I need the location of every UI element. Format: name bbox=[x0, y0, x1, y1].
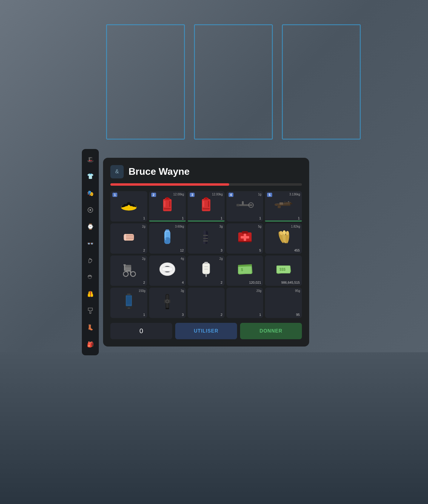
svg-rect-5 bbox=[166, 197, 169, 199]
inv-slot-5[interactable]: 5 3.136kg 1 bbox=[265, 191, 302, 222]
inventory-panel: & Bruce Wayne 1 1 2 12.00kg bbox=[103, 158, 309, 347]
jerrycan-icon-2 bbox=[199, 197, 213, 215]
inv-slot-3[interactable]: 3 12.00kg 1 bbox=[188, 191, 225, 222]
sidebar-shirt-icon[interactable]: 👕 bbox=[84, 170, 96, 182]
panel-header: & Bruce Wayne bbox=[110, 165, 302, 178]
slot-number-3: 3 bbox=[190, 193, 195, 197]
phone-icon bbox=[123, 293, 134, 312]
inv-slot-2[interactable]: 2 12.00kg 1 bbox=[149, 191, 186, 222]
inv-slot-1[interactable]: 1 1 bbox=[110, 191, 147, 222]
svg-rect-16 bbox=[242, 201, 244, 205]
jerrycan-icon-1 bbox=[161, 197, 174, 215]
quantity-display: 0 bbox=[110, 323, 172, 339]
svg-rect-65 bbox=[206, 274, 207, 277]
svg-rect-20 bbox=[276, 205, 290, 205]
svg-rect-7 bbox=[169, 201, 170, 207]
svg-rect-83 bbox=[126, 296, 131, 305]
slot-count-1: 1 bbox=[143, 216, 145, 220]
bullets-icon bbox=[275, 229, 292, 246]
cash-stack-icon: $ bbox=[237, 262, 253, 278]
slot-count-17: 3 bbox=[182, 313, 184, 316]
slot-count-2: 1 bbox=[182, 216, 184, 220]
inv-slot-16[interactable]: 150g 1 bbox=[110, 288, 147, 318]
svg-rect-58 bbox=[123, 264, 126, 266]
svg-rect-42 bbox=[241, 236, 249, 238]
svg-rect-71 bbox=[239, 267, 251, 273]
svg-rect-18 bbox=[236, 204, 239, 206]
inv-slot-6[interactable]: 2g 2 bbox=[110, 223, 147, 254]
sidebar-mask-icon[interactable]: 🎭 bbox=[84, 187, 96, 199]
svg-rect-27 bbox=[278, 206, 281, 208]
slot-bar-5 bbox=[265, 221, 302, 222]
sidebar-pants-icon[interactable] bbox=[84, 305, 96, 317]
svg-point-51 bbox=[123, 272, 128, 276]
slot-count-13: 2 bbox=[221, 281, 222, 284]
slot-count-6: 2 bbox=[143, 249, 145, 252]
wall-decoration-1 bbox=[106, 24, 185, 140]
inventory-grid: 1 1 2 12.00kg bbox=[110, 191, 302, 318]
inv-slot-7[interactable]: 3.60kg 12 bbox=[149, 223, 186, 254]
svg-rect-35 bbox=[165, 231, 166, 240]
slot-weight-17: 3g bbox=[181, 289, 184, 293]
cash-large-icon: $$$ bbox=[275, 262, 292, 278]
sidebar-watch-icon[interactable]: ⌚ bbox=[84, 221, 96, 233]
inv-slot-15[interactable]: $$$ 986,645,515 bbox=[265, 255, 302, 286]
slot-count-10: 455 bbox=[294, 249, 300, 252]
inv-slot-13[interactable]: 2g 2 bbox=[188, 255, 225, 286]
slot-weight-7: 3.60kg bbox=[175, 225, 184, 228]
slot-count-5: 1 bbox=[298, 216, 300, 220]
inv-slot-19[interactable]: 20g 1 bbox=[226, 288, 263, 318]
inv-slot-20[interactable]: 95g 95 bbox=[265, 288, 302, 318]
slot-weight-19: 20g bbox=[256, 289, 262, 293]
player-name: Bruce Wayne bbox=[129, 166, 190, 177]
inv-slot-10[interactable]: 1.82kg 455 bbox=[265, 223, 302, 254]
utiliser-button[interactable]: UTILISER bbox=[175, 323, 237, 339]
sidebar-boots-icon[interactable]: 👢 bbox=[84, 321, 96, 333]
brace-icon bbox=[199, 229, 213, 247]
wall-decoration-2 bbox=[194, 24, 273, 140]
wall-decoration-3 bbox=[282, 24, 361, 140]
sidebar-badge-icon[interactable] bbox=[84, 204, 96, 216]
inv-slot-18[interactable]: 2 bbox=[188, 288, 225, 318]
inv-slot-4[interactable]: 4 1g 1 bbox=[226, 191, 263, 222]
donner-button[interactable]: DONNER bbox=[240, 323, 302, 339]
sidebar-glove-icon[interactable] bbox=[84, 254, 96, 266]
inv-slot-8[interactable]: 3g 3 bbox=[188, 223, 225, 254]
svg-rect-84 bbox=[127, 294, 131, 295]
batman-logo-icon bbox=[121, 198, 137, 213]
sidebar-glasses-icon[interactable]: 👓 bbox=[84, 238, 96, 250]
svg-rect-53 bbox=[125, 267, 131, 271]
svg-rect-62 bbox=[162, 268, 172, 270]
inv-slot-12[interactable]: 4g 4 bbox=[149, 255, 186, 286]
sidebar-helmet-icon[interactable]: ⛑ bbox=[84, 271, 96, 283]
svg-rect-24 bbox=[284, 201, 286, 203]
wheelchair-icon bbox=[121, 261, 137, 279]
svg-rect-43 bbox=[242, 231, 248, 234]
svg-rect-66 bbox=[204, 262, 208, 264]
slot-weight-20: 95g bbox=[295, 289, 300, 293]
inv-slot-17[interactable]: 3g 3 bbox=[149, 288, 186, 318]
slot-count-8: 3 bbox=[221, 249, 222, 252]
metal-detector-icon bbox=[236, 199, 254, 213]
panel-footer: 0 UTILISER DONNER bbox=[110, 323, 302, 339]
sidebar-hat-icon[interactable]: 🎩 bbox=[84, 154, 96, 166]
slot-number-2: 2 bbox=[151, 193, 156, 197]
svg-rect-39 bbox=[203, 240, 208, 242]
svg-rect-8 bbox=[164, 208, 171, 209]
slot-number-4: 4 bbox=[229, 193, 233, 197]
slot-weight-3: 12.00kg bbox=[212, 193, 223, 196]
slot-count-4: 1 bbox=[259, 216, 261, 220]
inv-slot-14[interactable]: $ 120,021 bbox=[226, 255, 263, 286]
svg-rect-36 bbox=[165, 231, 170, 232]
scope-icon bbox=[161, 293, 173, 312]
sidebar-bag-icon[interactable]: 🎒 bbox=[84, 338, 96, 350]
water-bottle-icon bbox=[162, 228, 173, 248]
slot-weight-11: 2g bbox=[142, 257, 145, 260]
svg-rect-57 bbox=[124, 265, 125, 271]
rifle-icon bbox=[274, 199, 293, 213]
inv-slot-9[interactable]: 5g 5 bbox=[226, 223, 263, 254]
sidebar-vest-icon[interactable]: 🦺 bbox=[84, 288, 96, 300]
slot-count-7: 12 bbox=[180, 249, 184, 252]
slot-number-5: 5 bbox=[267, 193, 272, 197]
inv-slot-11[interactable]: 2g 2 bbox=[110, 255, 147, 286]
